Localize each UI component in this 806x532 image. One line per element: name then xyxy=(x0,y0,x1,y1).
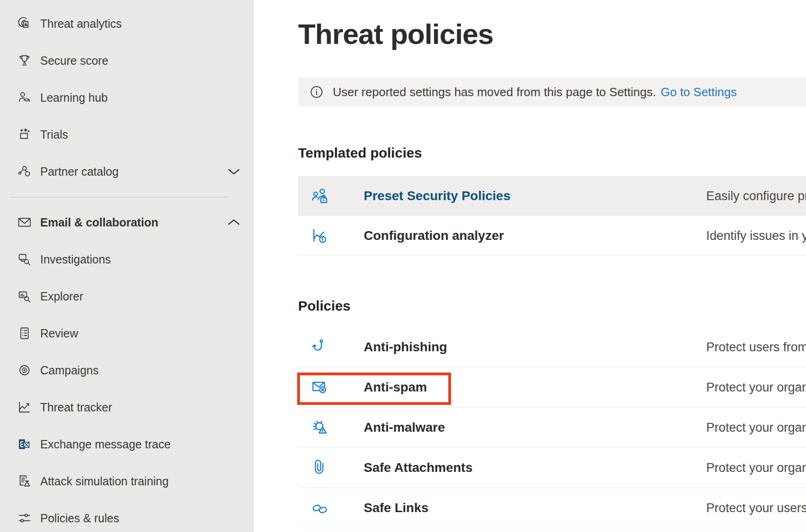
sidebar-item-explorer[interactable]: Explorer xyxy=(0,278,254,315)
sidebar-item-trials[interactable]: Trials xyxy=(0,116,254,153)
row-description: Easily configure prot xyxy=(706,189,806,203)
safe-attachments-icon xyxy=(310,458,330,477)
policies-rules-icon xyxy=(17,510,32,526)
sidebar-item-label: Campaigns xyxy=(40,364,98,377)
templated-policies-section: Templated policies P xyxy=(298,145,806,256)
learning-hub-icon xyxy=(17,90,32,105)
secure-score-icon xyxy=(17,53,32,68)
left-navigation: Threat analytics Secure score xyxy=(0,0,254,532)
sidebar-item-learning-hub[interactable]: Learning hub xyxy=(0,79,254,116)
chevron-up-icon xyxy=(227,218,241,226)
row-label: Anti-spam xyxy=(364,380,427,395)
row-preset-security-policies[interactable]: Preset Security Policies Easily configur… xyxy=(298,176,806,216)
main-content: Threat policies User reported settings h… xyxy=(254,0,806,532)
sidebar-item-label: Learning hub xyxy=(40,91,108,104)
row-label: Configuration analyzer xyxy=(364,228,504,243)
sidebar-item-label: Investigations xyxy=(40,253,111,266)
section-heading: Templated policies xyxy=(298,145,806,161)
page-title: Threat policies xyxy=(298,17,806,52)
sidebar-item-email-collaboration[interactable]: Email & collaboration xyxy=(0,204,254,241)
sidebar-item-label: Partner catalog xyxy=(40,165,119,178)
exchange-icon xyxy=(17,436,32,452)
sidebar-item-review[interactable]: Review xyxy=(0,315,254,352)
email-collaboration-icon xyxy=(17,214,32,230)
trials-icon xyxy=(17,127,32,142)
row-label: Preset Security Policies xyxy=(364,189,511,203)
threat-tracker-icon xyxy=(17,399,32,415)
row-description: Protect your users fr xyxy=(706,501,806,515)
info-icon xyxy=(310,86,323,98)
row-anti-phishing[interactable]: Anti-phishing Protect users from p xyxy=(298,327,806,367)
row-label: Anti-malware xyxy=(364,420,445,435)
app-window: Threat analytics Secure score xyxy=(0,0,806,532)
sidebar-divider xyxy=(0,190,254,204)
sidebar-item-investigations[interactable]: Investigations xyxy=(0,241,254,278)
row-label: Safe Attachments xyxy=(364,460,472,475)
chevron-down-icon xyxy=(227,167,241,176)
sidebar-item-label: Attack simulation training xyxy=(40,475,169,488)
preset-security-policies-icon xyxy=(310,186,330,206)
anti-phishing-icon xyxy=(310,337,330,357)
row-description: Protect your organiz xyxy=(706,421,806,435)
partner-catalog-icon xyxy=(17,164,32,179)
sidebar-item-secure-score[interactable]: Secure score xyxy=(0,42,254,79)
info-banner: User reported settings has moved from th… xyxy=(298,78,806,106)
sidebar-item-threat-analytics[interactable]: Threat analytics xyxy=(0,5,254,42)
configuration-analyzer-icon xyxy=(310,226,330,245)
sidebar-item-partner-catalog[interactable]: Partner catalog xyxy=(0,153,254,190)
campaigns-icon xyxy=(17,362,32,378)
sidebar-item-attack-simulation-training[interactable]: Attack simulation training xyxy=(0,463,254,500)
review-icon xyxy=(17,325,32,341)
policies-section: Policies Anti-phishing Protect users fro… xyxy=(298,298,806,528)
sidebar-item-policies-rules[interactable]: Policies & rules xyxy=(0,500,254,532)
threat-analytics-icon xyxy=(17,16,32,31)
sidebar-item-label: Explorer xyxy=(40,290,83,303)
sidebar-item-label: Email & collaboration xyxy=(40,216,159,229)
sidebar-item-label: Policies & rules xyxy=(40,512,119,525)
sidebar-item-exchange-message-trace[interactable]: Exchange message trace xyxy=(0,426,254,463)
row-description: Identify issues in you xyxy=(706,228,806,243)
sidebar-item-label: Trials xyxy=(40,128,68,141)
row-safe-links[interactable]: Safe Links Protect your users fr xyxy=(298,488,806,528)
anti-spam-icon xyxy=(310,378,330,397)
row-safe-attachments[interactable]: Safe Attachments Protect your organiz xyxy=(298,448,806,488)
row-description: Protect users from p xyxy=(706,340,806,355)
sidebar-item-label: Secure score xyxy=(40,54,108,67)
row-label: Anti-phishing xyxy=(364,340,447,355)
explorer-icon xyxy=(17,288,32,304)
row-description: Protect your organiz xyxy=(706,461,806,475)
sidebar-item-label: Threat analytics xyxy=(40,17,122,31)
row-label: Safe Links xyxy=(364,501,428,515)
sidebar-item-label: Review xyxy=(40,327,78,340)
banner-message: User reported settings has moved from th… xyxy=(333,85,656,99)
row-anti-spam[interactable]: Anti-spam Protect your organiz xyxy=(298,367,806,408)
sidebar-item-label: Threat tracker xyxy=(40,401,112,414)
attack-simulation-icon xyxy=(17,473,32,489)
row-configuration-analyzer[interactable]: Configuration analyzer Identify issues i… xyxy=(298,216,806,256)
anti-malware-icon xyxy=(310,418,330,437)
go-to-settings-link[interactable]: Go to Settings xyxy=(660,85,737,99)
section-heading: Policies xyxy=(298,298,806,314)
investigations-icon xyxy=(17,251,32,267)
row-description: Protect your organiz xyxy=(706,380,806,395)
sidebar-item-threat-tracker[interactable]: Threat tracker xyxy=(0,389,254,426)
sidebar-item-campaigns[interactable]: Campaigns xyxy=(0,352,254,389)
sidebar-item-label: Exchange message trace xyxy=(40,438,171,451)
row-anti-malware[interactable]: Anti-malware Protect your organiz xyxy=(298,408,806,448)
safe-links-icon xyxy=(310,498,330,518)
